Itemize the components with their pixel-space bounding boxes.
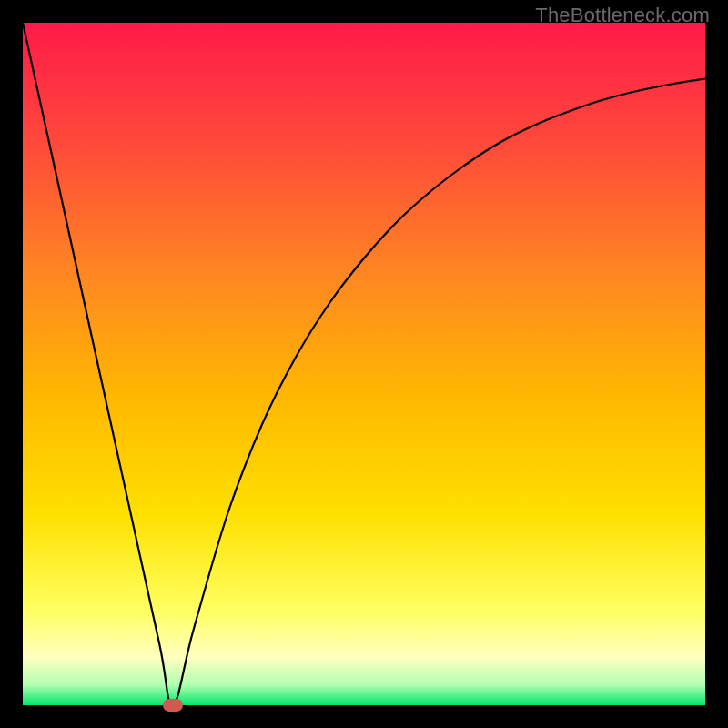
watermark-text: TheBottleneck.com <box>535 4 710 27</box>
chart-frame: TheBottleneck.com <box>0 0 728 728</box>
optimum-marker <box>163 699 183 712</box>
plot-area <box>23 23 705 705</box>
gradient-background <box>23 23 705 705</box>
svg-rect-0 <box>23 23 705 705</box>
